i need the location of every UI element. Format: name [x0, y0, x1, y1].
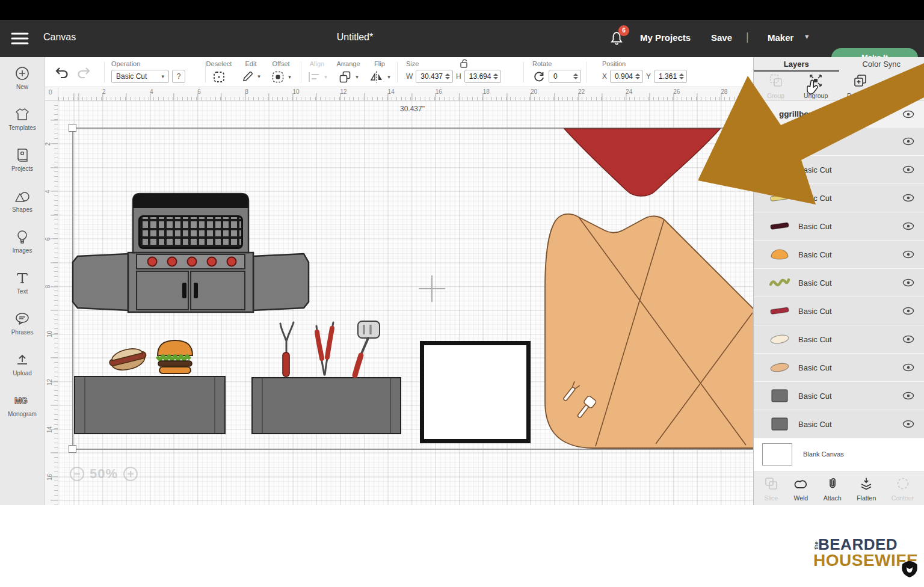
- white-square-graphic[interactable]: [420, 341, 531, 443]
- group-button[interactable]: Group: [767, 73, 784, 99]
- visibility-eye-icon[interactable]: [902, 363, 914, 372]
- layer-row[interactable]: Basic Cut: [754, 184, 924, 212]
- width-value: 30.437: [416, 72, 445, 81]
- delete-icon: [895, 73, 909, 91]
- bbq-tools-graphic[interactable]: [270, 319, 396, 379]
- height-input[interactable]: 13.694: [464, 70, 502, 83]
- machine-dropdown[interactable]: Maker: [768, 32, 793, 43]
- red-flap-graphic[interactable]: [561, 128, 735, 203]
- visibility-eye-icon[interactable]: [902, 392, 914, 400]
- layer-row[interactable]: Basic Cut: [754, 354, 924, 382]
- layer-row[interactable]: Basic Cut: [754, 212, 924, 241]
- align-icon[interactable]: [307, 70, 321, 84]
- burger-graphic[interactable]: [155, 339, 196, 376]
- ungroup-button[interactable]: Ungroup: [804, 73, 828, 99]
- layer-row[interactable]: Basic Cut: [754, 128, 924, 156]
- selection-handle-top-left[interactable]: [69, 124, 76, 132]
- layer-row[interactable]: Basic Cut: [754, 297, 924, 325]
- selection-handle-bottom-left[interactable]: [69, 445, 76, 453]
- visibility-eye-icon[interactable]: [902, 110, 914, 118]
- layer-row[interactable]: Basic Cut: [754, 269, 924, 297]
- visibility-eye-icon[interactable]: [902, 278, 914, 287]
- document-title[interactable]: Untitled*: [289, 32, 421, 43]
- flip-icon[interactable]: [369, 70, 384, 84]
- visibility-eye-icon[interactable]: [902, 335, 914, 343]
- visibility-eye-icon[interactable]: [902, 222, 914, 230]
- visibility-eye-icon[interactable]: [902, 250, 914, 259]
- flatten-button[interactable]: Flatten: [857, 476, 876, 502]
- grill-graphic[interactable]: [70, 191, 311, 318]
- my-projects-link[interactable]: My Projects: [640, 32, 691, 43]
- tab-color-sync[interactable]: Color Sync: [839, 57, 924, 72]
- attach-button[interactable]: Attach: [824, 476, 842, 502]
- offset-group: Offset ▾: [268, 60, 294, 84]
- sidebar-item-new[interactable]: New: [0, 57, 45, 98]
- tab-layers[interactable]: Layers: [754, 57, 839, 72]
- sidebar-item-templates[interactable]: Templates: [0, 98, 45, 139]
- sidebar-item-label: Phrases: [11, 329, 34, 336]
- chevron-down-icon: ▾: [805, 32, 809, 41]
- design-canvas[interactable]: 30.437": [58, 101, 753, 505]
- envelope-template-graphic[interactable]: [540, 209, 753, 450]
- width-stepper[interactable]: [445, 73, 452, 79]
- operation-help-button[interactable]: ?: [172, 70, 185, 83]
- slice-button[interactable]: Slice: [764, 476, 778, 502]
- edit-pencil-icon[interactable]: [241, 70, 254, 83]
- rotate-icon[interactable]: [532, 70, 546, 83]
- templates-icon: [14, 106, 30, 122]
- height-stepper[interactable]: [493, 73, 500, 79]
- duplicate-button[interactable]: Duplicate: [847, 73, 873, 99]
- sidebar-item-projects[interactable]: Projects: [0, 139, 45, 180]
- deselect-icon[interactable]: [212, 70, 226, 84]
- grill-grate-graphic[interactable]: [138, 215, 243, 249]
- blank-canvas-row[interactable]: Blank Canvas: [754, 441, 924, 467]
- rotate-stepper[interactable]: [573, 73, 581, 79]
- card-box-graphic[interactable]: [74, 376, 226, 434]
- utensil-box-graphic[interactable]: [251, 377, 401, 434]
- ruler-mark: 14: [388, 88, 395, 95]
- delete-button[interactable]: Delete: [893, 73, 911, 99]
- sidebar-item-shapes[interactable]: Shapes: [0, 180, 45, 221]
- operation-select[interactable]: Basic Cut ▾: [111, 70, 169, 83]
- position-y-input[interactable]: 1.361: [654, 70, 687, 83]
- sidebar-item-monogram[interactable]: MGMonogram: [0, 384, 45, 425]
- sidebar-item-images[interactable]: Images: [0, 221, 45, 262]
- save-button[interactable]: Save: [711, 32, 732, 43]
- visibility-eye-icon[interactable]: [902, 165, 914, 174]
- menu-icon[interactable]: [11, 32, 29, 45]
- visibility-eye-icon[interactable]: [902, 420, 914, 428]
- layer-row[interactable]: Basic Cut: [754, 382, 924, 410]
- layer-row[interactable]: Basic Cut: [754, 241, 924, 269]
- position-y-stepper[interactable]: [679, 73, 686, 79]
- position-x-input[interactable]: 0.904: [610, 70, 643, 83]
- lock-open-icon[interactable]: [459, 58, 470, 70]
- hotdog-graphic[interactable]: [105, 342, 151, 378]
- layer-type-label: Basic Cut: [798, 222, 902, 231]
- arrange-icon[interactable]: [338, 70, 353, 84]
- visibility-eye-icon[interactable]: [902, 194, 914, 202]
- offset-icon[interactable]: [271, 70, 285, 84]
- zoom-out-icon[interactable]: [69, 466, 85, 482]
- layer-group-header[interactable]: ggrillboxcard-tbh: [754, 101, 924, 128]
- undo-button[interactable]: [54, 66, 69, 81]
- sidebar-item-upload[interactable]: Upload: [0, 343, 45, 384]
- visibility-eye-icon[interactable]: [902, 307, 914, 315]
- redo-button[interactable]: [76, 66, 92, 81]
- visibility-eye-icon[interactable]: [902, 137, 914, 146]
- layer-row[interactable]: Basic Cut: [754, 325, 924, 354]
- weld-button[interactable]: Weld: [793, 476, 808, 502]
- sidebar-item-label: Monogram: [8, 411, 37, 417]
- sidebar-item-phrases[interactable]: Phrases: [0, 303, 45, 343]
- rotate-input[interactable]: 0: [549, 70, 581, 83]
- width-input[interactable]: 30.437: [416, 70, 453, 83]
- layer-row[interactable]: Basic Cut: [754, 156, 924, 184]
- layer-actions: GroupUngroupDuplicateDelete: [754, 72, 924, 101]
- position-x-stepper[interactable]: [635, 73, 642, 79]
- sidebar-item-text[interactable]: Text: [0, 262, 45, 303]
- layer-row[interactable]: Basic Cut: [754, 410, 924, 438]
- contour-button[interactable]: Contour: [892, 476, 914, 502]
- zoom-in-icon[interactable]: [123, 466, 138, 482]
- layer-swatch: [768, 247, 792, 262]
- ruler-mark: 8: [45, 285, 51, 289]
- layer-type-label: Basic Cut: [798, 278, 902, 287]
